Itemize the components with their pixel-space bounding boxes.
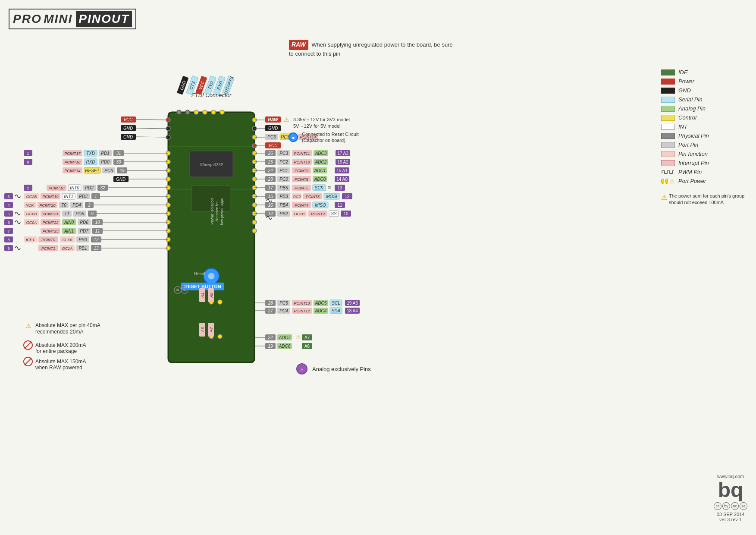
svg-point-53 [220, 110, 224, 114]
svg-text:A6: A6 [304, 344, 310, 349]
svg-text:18 A4: 18 A4 [347, 308, 358, 313]
cc-icon-nc: nc [731, 502, 739, 510]
legend-label-physical: Physical Pin [678, 132, 709, 139]
svg-text:⚠: ⚠ [300, 368, 304, 372]
svg-text:3.35V→12V for 3V3 model: 3.35V→12V for 3V3 model [293, 117, 350, 122]
svg-text:24: 24 [267, 168, 273, 173]
svg-text:PCINT10: PCINT10 [294, 160, 310, 164]
legend-label-function: Pin function [678, 151, 708, 157]
svg-text:Reset: Reset [194, 271, 205, 276]
legend-label-interrupt: Interrupt Pin [678, 160, 709, 166]
svg-text:CLK0: CLK0 [63, 238, 72, 242]
svg-point-42 [252, 220, 257, 224]
svg-text:Power Isolation: Power Isolation [210, 198, 214, 225]
svg-text:GND: GND [123, 135, 133, 139]
svg-text:⚠: ⚠ [26, 322, 31, 329]
svg-text:ADC3: ADC3 [315, 151, 327, 156]
svg-text:recommended 20mA: recommended 20mA [35, 329, 83, 335]
svg-text:2: 2 [27, 186, 29, 190]
svg-text:MISO: MISO [315, 203, 326, 208]
legend-item-serial: Serial Pin [661, 96, 747, 103]
svg-point-43 [252, 229, 257, 233]
title-mini: MINI [44, 12, 72, 26]
svg-text:PC6: PC6 [267, 135, 276, 139]
svg-text:ICP1: ICP1 [26, 238, 35, 242]
svg-point-49 [185, 110, 190, 114]
legend-color-interrupt [661, 160, 675, 166]
bq-date: 03 SEP 2014 [714, 512, 747, 517]
svg-text:ADC7: ADC7 [279, 335, 291, 340]
svg-text:9: 9 [7, 246, 9, 251]
svg-text:PD7: PD7 [80, 229, 88, 233]
legend-item-interrupt: Interrupt Pin [661, 160, 747, 166]
svg-line-61 [136, 120, 168, 120]
cc-icon-by: by [722, 502, 730, 510]
svg-text:●: ● [292, 135, 295, 141]
svg-text:PC6: PC6 [104, 168, 113, 173]
legend-item-int: INT [661, 123, 747, 130]
legend-item-pwm: PWM Pin [661, 169, 747, 175]
svg-text:T1: T1 [64, 211, 69, 216]
bq-brand-text: bq [714, 480, 747, 500]
svg-text:13: 13 [94, 246, 99, 251]
svg-text:ATmega328P: ATmega328P [200, 163, 223, 167]
legend-label-analog: Analog Pin [678, 105, 706, 112]
svg-text:PB2: PB2 [280, 211, 288, 216]
svg-line-67 [136, 137, 168, 137]
svg-text:PCINT12: PCINT12 [294, 309, 310, 313]
svg-text:OC2: OC2 [293, 195, 301, 199]
svg-line-64 [136, 128, 168, 129]
legend-color-analog [661, 106, 675, 112]
svg-text:4: 4 [7, 203, 9, 208]
svg-text:12: 12 [94, 237, 99, 242]
legend-color-int [661, 124, 675, 130]
legend-color-control [661, 115, 675, 121]
svg-text:INT0: INT0 [70, 186, 79, 190]
svg-point-48 [177, 110, 181, 114]
svg-text:8: 8 [7, 238, 9, 242]
svg-text:10: 10 [343, 211, 348, 216]
svg-text:⚠: ⚠ [295, 334, 301, 340]
title-pinout: PINOUT [76, 11, 132, 27]
legend-item-function: Pin function [661, 151, 747, 157]
svg-text:when RAW powered: when RAW powered [35, 365, 82, 371]
svg-text:RESET: RESET [85, 168, 100, 173]
svg-text:14 A0: 14 A0 [336, 177, 348, 182]
svg-text:PCINT23: PCINT23 [42, 229, 58, 233]
svg-text:31: 31 [116, 151, 121, 156]
svg-text:7: 7 [7, 229, 9, 233]
svg-point-318 [183, 289, 186, 291]
svg-text:PCINT8: PCINT8 [295, 177, 308, 182]
svg-text:PCINT18: PCINT18 [48, 186, 64, 190]
svg-text:OC1A: OC1A [62, 246, 73, 251]
svg-text:A7: A7 [209, 327, 213, 333]
svg-text:GND: GND [116, 177, 125, 182]
legend-item-ide: IDE [661, 69, 747, 76]
svg-text:PB0: PB0 [79, 237, 87, 242]
svg-text:PCINT16: PCINT16 [64, 160, 80, 164]
svg-text:ADC5: ADC5 [315, 301, 327, 305]
legend-label-power: Power [678, 78, 694, 85]
svg-text:5: 5 [7, 212, 9, 216]
svg-text:Absolute MAX 150mA: Absolute MAX 150mA [35, 359, 86, 365]
svg-text:PCINT11: PCINT11 [294, 151, 310, 156]
svg-text:PD4: PD4 [72, 203, 81, 208]
svg-text:10: 10 [95, 220, 100, 225]
svg-text:PCINT0: PCINT0 [41, 238, 55, 242]
svg-text:PC4: PC4 [279, 308, 288, 313]
svg-text:PD3: PD3 [79, 194, 88, 199]
svg-text:Absolute MAX 200mA: Absolute MAX 200mA [35, 342, 86, 348]
svg-point-316 [176, 289, 179, 291]
legend-label-ide: IDE [678, 69, 688, 76]
svg-point-47 [218, 334, 222, 339]
svg-point-50 [194, 110, 198, 114]
svg-text:A4: A4 [201, 293, 205, 298]
svg-text:11: 11 [337, 203, 342, 208]
svg-text:OC2B: OC2B [26, 195, 37, 199]
svg-text:6: 6 [7, 220, 9, 225]
svg-text:PB1: PB1 [79, 246, 87, 251]
legend-color-ide [661, 69, 675, 76]
legend-label-int: INT [678, 123, 687, 130]
portpower-icon: ⚠ [661, 178, 675, 184]
svg-text:OC0A: OC0A [26, 220, 37, 225]
